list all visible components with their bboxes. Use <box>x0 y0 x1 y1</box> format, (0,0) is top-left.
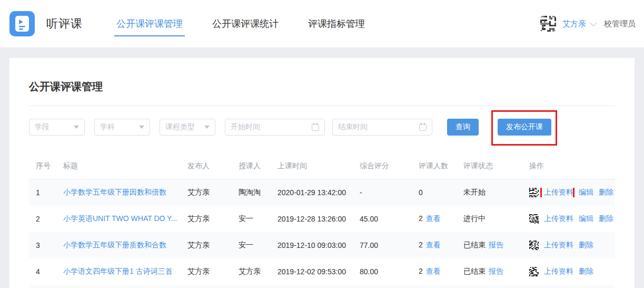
view-raters-link[interactable]: 查看 <box>426 241 441 249</box>
teacher-cell: 安一 <box>239 214 278 224</box>
query-button[interactable]: 查询 <box>447 119 479 136</box>
raters-cell: 2查看 <box>419 214 463 224</box>
course-title-link[interactable]: 小学数学五年级下册质数和合数 <box>63 241 166 250</box>
delete-link[interactable]: 删除 <box>599 188 613 197</box>
filter-date-1[interactable]: 开始时间 <box>225 119 325 136</box>
date-placeholder: 开始时间 <box>231 122 260 132</box>
chevron-down-icon[interactable] <box>590 20 597 26</box>
score-cell: 80.00 <box>360 267 419 276</box>
view-raters-link[interactable]: 查看 <box>426 267 441 275</box>
status-cell: 已结束报告 <box>463 241 529 250</box>
status-text: 未开始 <box>463 188 486 196</box>
upload-material-link[interactable]: 上传资料 <box>544 188 573 196</box>
table-row: 4小学语文四年级下册1 古诗词三首艾方亲艾方亲2019-12-02 09:53:… <box>29 258 615 285</box>
report-link[interactable]: 报告 <box>489 267 503 275</box>
score-cell: 45.00 <box>360 215 419 223</box>
delete-link[interactable]: 删除 <box>599 214 613 224</box>
table-row: 3小学数学五年级下册质数和合数艾方亲安一2019-12-10 09:03:007… <box>29 232 615 258</box>
status-text: 已结束 <box>463 241 486 249</box>
row-index: 1 <box>29 188 63 197</box>
row-index: 3 <box>29 241 63 249</box>
actions-cell: 上传资料编辑删除 <box>529 214 615 224</box>
filter-date-2[interactable]: 结束时间 <box>332 119 432 136</box>
user-role: 校管理员 <box>604 19 636 29</box>
tab-2[interactable]: 公开课评课统计 <box>211 17 280 30</box>
raters-cell: 2查看 <box>419 267 463 276</box>
filter-bar: 学段学科课程类型开始时间结束时间查询 发布公开课 <box>29 119 615 136</box>
filter-select-1[interactable]: 学段 <box>29 119 85 136</box>
app-logo-icon <box>9 11 35 36</box>
qr-code-icon[interactable] <box>529 241 539 250</box>
delete-link[interactable]: 删除 <box>579 241 593 250</box>
publish-course-button[interactable]: 发布公开课 <box>498 119 551 136</box>
status-cell: 进行中 <box>463 214 529 224</box>
title-cell: 小学数学五年级下册质数和合数 <box>63 241 187 250</box>
filter-select-3[interactable]: 课程类型 <box>160 119 215 136</box>
upload-material-link[interactable]: 上传资料 <box>544 241 573 250</box>
view-raters-link[interactable]: 查看 <box>426 214 441 223</box>
column-header-7: 评课人数 <box>419 161 463 171</box>
score-cell: 77.00 <box>360 241 419 249</box>
user-name[interactable]: 艾方亲 <box>562 19 586 29</box>
chevron-down-icon <box>74 126 79 129</box>
edit-link[interactable]: 编辑 <box>579 188 593 197</box>
upload-highlight-wrap: 上传资料 <box>544 188 573 197</box>
course-title-link[interactable]: 小学语文四年级下册1 古诗词三首 <box>63 267 173 276</box>
upload-material-link[interactable]: 上传资料 <box>544 267 573 276</box>
qr-code-icon[interactable] <box>529 188 539 197</box>
class-time-cell: 2019-12-10 09:03:00 <box>278 241 360 249</box>
score-cell: - <box>360 188 419 197</box>
course-title-link[interactable]: 小学数学五年级下册因数和倍数 <box>63 188 166 197</box>
upload-material-link[interactable]: 上传资料 <box>544 214 573 224</box>
lesson-doc-icon <box>15 15 29 32</box>
column-header-2: 标题 <box>63 161 187 171</box>
course-title-link[interactable]: 小学英语UNIT TWO WHAT DO Y... <box>63 214 177 224</box>
raters-count: 2 <box>419 241 423 249</box>
publisher-cell: 艾方亲 <box>187 241 239 250</box>
calendar-icon <box>419 124 427 131</box>
actions-cell: 上传资料删除 <box>529 267 615 276</box>
avatar[interactable] <box>540 16 556 32</box>
column-header-9: 操作 <box>529 161 615 171</box>
status-text: 进行中 <box>463 214 486 223</box>
teacher-cell: 安一 <box>239 241 278 250</box>
class-time-cell: 2019-12-02 09:53:00 <box>278 267 360 276</box>
date-placeholder: 结束时间 <box>338 122 368 132</box>
raters-count: 2 <box>419 214 423 223</box>
app-title: 听评课 <box>46 16 83 32</box>
teacher-cell: 艾方亲 <box>239 267 278 276</box>
tab-3[interactable]: 评课指标管理 <box>307 17 366 30</box>
divider <box>29 105 615 106</box>
actions-cell: 上传资料编辑删除 <box>529 188 615 197</box>
select-placeholder: 课程类型 <box>165 122 195 132</box>
delete-link[interactable]: 删除 <box>579 267 593 276</box>
table-header-row: 序号标题发布人授课人上课时间综合评分评课人数评课状态操作 <box>29 155 615 179</box>
table-body: 1小学数学五年级下册因数和倍数艾方亲陶淘淘2020-01-29 13:42:00… <box>29 179 615 288</box>
chevron-down-icon <box>139 126 144 129</box>
edit-link[interactable]: 编辑 <box>579 214 593 224</box>
content-card: 公开课评课管理 学段学科课程类型开始时间结束时间查询 发布公开课 序号标题发布人… <box>9 58 635 288</box>
column-header-3: 发布人 <box>187 161 239 171</box>
status-text: 已结束 <box>463 267 486 275</box>
status-cell: 已结束报告 <box>463 267 529 276</box>
actions-cell: 上传资料删除 <box>529 241 615 250</box>
column-header-6: 综合评分 <box>360 161 419 171</box>
status-cell: 未开始 <box>463 188 529 197</box>
filter-select-2[interactable]: 学科 <box>94 119 150 136</box>
qr-code-icon[interactable] <box>529 267 539 276</box>
table-row: 1小学数学五年级下册因数和倍数艾方亲陶淘淘2020-01-29 13:42:00… <box>29 179 615 206</box>
tab-1[interactable]: 公开课评课管理 <box>115 17 184 30</box>
select-placeholder: 学段 <box>35 122 49 132</box>
report-link[interactable]: 报告 <box>489 241 503 249</box>
qr-code-icon[interactable] <box>529 214 539 224</box>
raters-count: 0 <box>419 188 423 197</box>
teacher-cell: 陶淘淘 <box>239 188 278 197</box>
publisher-cell: 艾方亲 <box>187 188 239 197</box>
raters-count: 2 <box>419 267 423 275</box>
nav-tabs: 公开课评课管理公开课评课统计评课指标管理 <box>115 0 366 47</box>
user-area: 艾方亲 校管理员 <box>540 16 636 32</box>
publisher-cell: 艾方亲 <box>187 214 239 224</box>
select-placeholder: 学科 <box>100 122 115 132</box>
class-time-cell: 2019-12-28 13:26:00 <box>278 215 360 223</box>
top-header: 听评课 公开课评课管理公开课评课统计评课指标管理 艾方亲 校管理员 <box>0 0 644 47</box>
